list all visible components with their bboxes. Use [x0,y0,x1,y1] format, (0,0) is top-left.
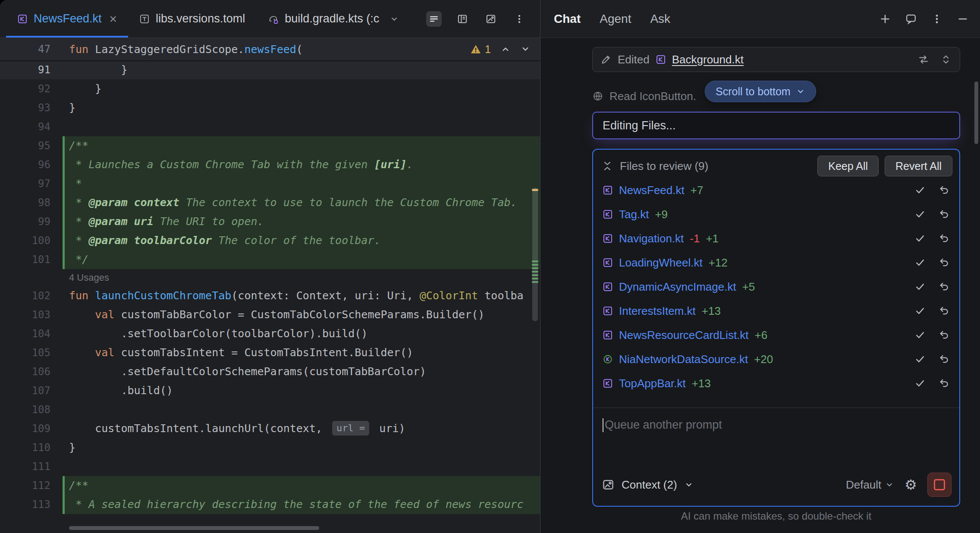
tab-libs-versions-toml[interactable]: libs.versions.toml [128,0,256,38]
comment-icon[interactable] [905,13,917,25]
code-line[interactable]: 103 val customTabBarColor = CustomTabCol… [0,305,540,324]
code-token: @ColorInt [420,289,478,302]
file-review-row[interactable]: NewsResourceCardList.kt+6 [593,323,959,347]
more-options-icon[interactable] [512,11,527,27]
file-link[interactable]: Navigation.kt [619,232,684,245]
file-row-actions [914,305,950,317]
diff-icon[interactable] [917,53,930,66]
editing-files-status[interactable]: Editing Files... [592,112,960,139]
file-review-row[interactable]: Navigation.kt-1+1 [593,226,959,251]
code-line[interactable]: 112/** [0,476,540,495]
code-line[interactable]: 107 .build() [0,381,540,400]
code-line[interactable]: 109 customTabsIntent.launchUrl(context, … [0,419,540,438]
file-link[interactable]: NiaNetworkDataSource.kt [619,353,748,366]
line-number: 110 [0,438,63,457]
sticky-function-header[interactable]: 47 fun LazyStaggeredGridScope.newsFeed( … [0,38,540,61]
expand-collapse-icon[interactable] [940,53,952,66]
code-line[interactable]: 106 .setDefaultColorSchemeParams(customT… [0,362,540,381]
warning-badge[interactable]: 1 [470,43,491,56]
code-line[interactable]: 108 [0,400,540,419]
revert-file-icon [939,281,950,292]
read-tool-row[interactable]: Read IconButton. [592,84,696,108]
file-link[interactable]: TopAppBar.kt [619,377,686,390]
code-line[interactable]: 101 */ [0,250,540,269]
code-line[interactable]: 110} [0,438,540,457]
line-number: 104 [0,324,63,343]
code-line[interactable]: 98 * @param context The context to use t… [0,193,540,212]
file-review-row[interactable]: TopAppBar.kt+13 [593,371,959,395]
edited-file-link[interactable]: Background.kt [672,53,744,66]
accept-file-icon [914,329,926,341]
chevron-down-icon[interactable] [684,480,694,489]
usages-hint-row[interactable]: 4 Usages [0,269,540,286]
tab-ask[interactable]: Ask [650,12,670,26]
accept-file-icon [914,281,926,292]
tab-chat[interactable]: Chat [554,12,581,26]
tab-newsfeed-kt[interactable]: NewsFeed.kt × [6,0,128,38]
edited-file-card[interactable]: Edited Background.kt [592,47,960,72]
keep-all-button[interactable]: Keep All [817,156,879,176]
file-review-row[interactable]: LoadingWheel.kt+12 [593,251,959,275]
file-review-row[interactable]: NiaNetworkDataSource.kt+20 [593,347,959,371]
list-view-icon[interactable] [426,11,442,27]
code-area[interactable]: 91 }92 }93}9495/**96 * Launches a Custom… [0,60,540,533]
tab-build-gradle-kts[interactable]: build.gradle.kts (:c [256,0,410,38]
file-review-row[interactable]: NewsFeed.kt+7 [593,178,959,202]
chevron-down-icon[interactable] [389,14,399,24]
model-label: Default [846,478,881,492]
previous-issue-icon[interactable] [500,44,511,54]
plus-icon[interactable] [879,13,891,25]
stop-button[interactable] [927,473,952,497]
code-line[interactable]: 111 [0,457,540,476]
revert-all-button[interactable]: Revert All [885,156,952,176]
code-line[interactable]: 113 * A sealed hierarchy describing the … [0,495,540,514]
screenshot-icon[interactable] [483,11,499,27]
file-link[interactable]: InterestsItem.kt [619,304,696,318]
tab-agent[interactable]: Agent [600,12,631,26]
file-link[interactable]: LoadingWheel.kt [619,256,703,270]
file-review-row[interactable]: DynamicAsyncImage.kt+5 [593,275,959,299]
code-line[interactable]: 104 .setToolbarColor(toolbarColor).build… [0,324,540,343]
file-row-actions [914,354,950,365]
file-link[interactable]: NewsResourceCardList.kt [619,329,749,342]
context-selector[interactable]: Context (2) [622,478,677,492]
file-review-row[interactable]: Tag.kt+9 [593,202,959,226]
code-line[interactable]: 91 } [0,60,540,79]
code-line[interactable]: 100 * @param toolbarColor The color of t… [0,231,540,250]
file-link[interactable]: DynamicAsyncImage.kt [619,280,736,294]
diff-added-count: +7 [691,184,704,197]
file-review-row[interactable]: InterestsItem.kt+13 [593,299,959,323]
code-line[interactable]: 92 } [0,79,540,98]
kotlin-file-icon [603,209,613,219]
code-line[interactable]: 96 * Launches a Custom Chrome Tab with t… [0,155,540,174]
settings-gear-icon[interactable]: ⚙ [905,478,917,492]
attach-image-icon[interactable] [602,478,615,491]
editor-vertical-scrollbar[interactable] [532,188,538,321]
next-issue-icon[interactable] [520,44,531,54]
chat-scrollbar[interactable] [974,82,978,144]
revert-file-icon [939,378,950,389]
scroll-to-bottom-button[interactable]: Scroll to bottom [705,81,816,102]
line-number: 91 [0,60,63,79]
split-view-icon[interactable] [455,11,470,27]
code-line[interactable]: 102fun launchCustomChromeTab(context: Co… [0,286,540,305]
code-token: customTabsIntent = CustomTabsIntent.Buil… [121,346,413,359]
model-selector[interactable]: Default [846,478,894,492]
code-line[interactable]: 93} [0,98,540,117]
kotlin-file-icon [603,330,613,340]
code-line[interactable]: 99 * @param uri The URI to open. [0,212,540,231]
minimize-icon[interactable] [957,13,969,25]
editor-horizontal-scrollbar[interactable] [69,526,319,530]
file-link[interactable]: NewsFeed.kt [619,184,685,197]
usages-hint[interactable]: 4 Usages [63,272,109,283]
collapse-icon[interactable] [602,160,613,172]
close-tab-icon[interactable]: × [110,12,117,26]
prompt-input[interactable]: Queue another prompt [593,408,959,468]
file-link[interactable]: Tag.kt [619,208,649,221]
code-line[interactable]: 94 [0,117,540,136]
line-number: 99 [0,212,63,231]
more-options-icon[interactable] [931,13,943,25]
code-line[interactable]: 95/** [0,136,540,155]
code-line[interactable]: 105 val customTabsIntent = CustomTabsInt… [0,343,540,362]
code-line[interactable]: 97 * [0,174,540,193]
